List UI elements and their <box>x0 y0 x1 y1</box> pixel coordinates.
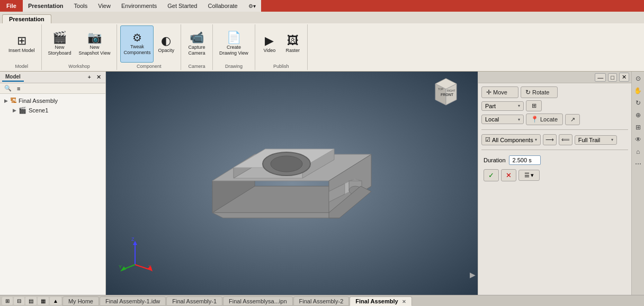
panel-close-button[interactable]: ✕ <box>94 73 103 82</box>
panel-minimize-button[interactable]: — <box>595 73 606 82</box>
svg-point-9 <box>271 156 302 172</box>
tab-final-assembly-2[interactable]: Final Assembly-2 <box>293 296 350 306</box>
locate-extra-button[interactable]: ↗ <box>565 114 580 125</box>
local-selector[interactable]: Local ▾ <box>481 115 524 124</box>
tab-my-home[interactable]: My Home <box>62 296 99 306</box>
tab-final-assembly[interactable]: Final Assembly ✕ <box>350 296 412 306</box>
capture-camera-button[interactable]: 📹 CaptureCamera <box>185 25 208 63</box>
tab-final-assembly-idw[interactable]: Final Assembly-1.idw <box>100 296 166 306</box>
vtool-pan[interactable]: ⊞ <box>633 121 643 133</box>
search-button[interactable]: 🔍 <box>2 84 14 93</box>
trail-icon-1: ⟶ <box>545 136 554 143</box>
panel-close-btn[interactable]: ✕ <box>619 73 629 82</box>
ribbon-group-workshop: 🎬 NewStoryboard 📷 NewSnapshot View Works… <box>42 24 118 70</box>
part-extra-button[interactable]: ⊞ <box>526 100 542 111</box>
vtool-more[interactable]: ⋯ <box>633 158 643 170</box>
ribbon-group-model: ⊞ Insert Model Model <box>2 24 42 70</box>
model-tab[interactable]: Model <box>2 73 24 82</box>
new-snapshot-button[interactable]: 📷 NewSnapshot View <box>76 25 114 63</box>
panel-add-button[interactable]: + <box>86 73 93 82</box>
tree-item-final-assembly[interactable]: ▶ 🏗 Final Assembly <box>2 96 103 106</box>
menu-view[interactable]: View <box>93 0 116 12</box>
trail-btn-1[interactable]: ⟶ <box>543 134 557 145</box>
final-assembly-1-label: Final Assembly-1 <box>172 298 217 304</box>
viewport[interactable]: Z X Y ▶ FRONT RIGHT TOP <box>106 72 478 295</box>
layout-btn-3[interactable]: ▤ <box>25 297 37 305</box>
menu-get-started[interactable]: Get Started <box>162 0 202 12</box>
rotate-button[interactable]: ↻ Rotate <box>521 86 558 98</box>
final-assembly-2-label: Final Assembly-2 <box>299 298 344 304</box>
new-snapshot-icon: 📷 <box>87 32 102 43</box>
filter-button[interactable]: ≡ <box>15 84 22 93</box>
opacity-button[interactable]: ◐ Opacity <box>155 25 177 63</box>
vtool-orbit[interactable]: ↻ <box>633 97 643 109</box>
vtool-zoom[interactable]: ⊕ <box>633 109 643 121</box>
layout-btn-4[interactable]: ▦ <box>38 297 49 305</box>
all-components-arrow: ▾ <box>535 137 537 142</box>
layout-btn-1[interactable]: ⊞ <box>2 297 13 305</box>
tree-item-scene1[interactable]: ▶ 🎬 Scene1 <box>11 106 103 115</box>
tab-presentation[interactable]: Presentation <box>2 14 51 23</box>
duration-input[interactable] <box>509 155 541 165</box>
tweak-components-button[interactable]: ⚙ TweakComponents <box>120 25 154 63</box>
duration-row: Duration <box>481 154 628 166</box>
ribbon-tabs: Presentation <box>0 12 644 23</box>
video-button[interactable]: ▶ Video <box>258 25 281 63</box>
create-drawing-view-button[interactable]: 📄 CreateDrawing View <box>216 25 252 63</box>
part-row: Part ▾ ⊞ <box>481 100 628 111</box>
local-dropdown-arrow: ▾ <box>518 117 520 122</box>
components-trail-row: ☑ All Components ▾ ⟶ ⟸ Full Trail ▾ <box>481 134 628 145</box>
tweak-tools-panel: ✛ Move ↻ Rotate Part ▾ ⊞ <box>478 83 631 186</box>
raster-label: Raster <box>286 48 300 54</box>
tab-final-assembly-1[interactable]: Final Assembly-1 <box>166 296 222 306</box>
tab-final-assemblysa-ipn[interactable]: Final Assemblysa...ipn <box>223 296 292 306</box>
ribbon: Presentation ⊞ Insert Model Model 🎬 NewS… <box>0 12 644 72</box>
svg-text:FRONT: FRONT <box>441 93 454 97</box>
panel-maximize-button[interactable]: □ <box>608 73 617 82</box>
separator-1 <box>481 129 628 130</box>
svg-marker-15 <box>212 213 339 218</box>
full-trail-selector[interactable]: Full Trail ▾ <box>575 135 617 145</box>
vtool-home[interactable]: ⌂ <box>633 146 643 158</box>
checkbox-icon: ☑ <box>485 136 490 143</box>
part-selector[interactable]: Part ▾ <box>481 101 524 111</box>
new-snapshot-label: NewSnapshot View <box>79 45 111 56</box>
all-components-selector[interactable]: ☑ All Components ▾ <box>481 134 541 145</box>
action-row: ✓ ✕ ☰ ▾ <box>481 168 628 182</box>
move-button[interactable]: ✛ Move <box>481 86 518 98</box>
confirm-button[interactable]: ✓ <box>484 169 499 181</box>
tree-arrow: ▶ <box>4 98 8 103</box>
locate-button[interactable]: 📍 Locate <box>526 113 563 125</box>
locate-extra-icon: ↗ <box>570 116 575 123</box>
model-tree: ▶ 🏗 Final Assembly ▶ 🎬 Scene1 <box>0 94 105 295</box>
svg-text:Z: Z <box>131 237 135 242</box>
file-menu[interactable]: File <box>0 0 23 12</box>
ribbon-group-drawing: 📄 CreateDrawing View Drawing <box>213 24 255 70</box>
trail-btn-2[interactable]: ⟸ <box>559 134 573 145</box>
ribbon-content: ⊞ Insert Model Model 🎬 NewStoryboard 📷 N… <box>0 23 644 71</box>
locate-label: Locate <box>540 116 558 123</box>
menu-presentation[interactable]: Presentation <box>23 0 69 12</box>
vtool-sphere[interactable]: ⊙ <box>633 73 643 84</box>
move-label: Move <box>493 89 507 95</box>
raster-button[interactable]: 🖼 Raster <box>282 25 304 63</box>
viewcube[interactable]: FRONT RIGHT TOP <box>430 76 462 108</box>
menu-button[interactable]: ☰ ▾ <box>518 170 540 181</box>
menu-collaborate[interactable]: Collaborate <box>202 0 243 12</box>
expand-btn[interactable]: ▲ <box>50 297 61 305</box>
menu-tools[interactable]: Tools <box>69 0 93 12</box>
tweak-components-icon: ⚙ <box>132 32 142 43</box>
video-icon: ▶ <box>265 35 274 47</box>
nav-arrow[interactable]: ▶ <box>470 270 476 279</box>
new-storyboard-button[interactable]: 🎬 NewStoryboard <box>45 25 75 63</box>
locate-icon: 📍 <box>531 116 539 123</box>
model-group-label: Model <box>15 63 29 69</box>
tab-close-icon[interactable]: ✕ <box>402 299 406 304</box>
menu-extra[interactable]: ⚙▾ <box>243 0 261 12</box>
layout-btn-2[interactable]: ⊟ <box>14 297 24 305</box>
insert-model-button[interactable]: ⊞ Insert Model <box>5 25 38 63</box>
cancel-button[interactable]: ✕ <box>501 169 516 181</box>
vtool-look[interactable]: 👁 <box>633 134 643 145</box>
menu-environments[interactable]: Environments <box>116 0 162 12</box>
vtool-hand[interactable]: ✋ <box>633 85 643 97</box>
